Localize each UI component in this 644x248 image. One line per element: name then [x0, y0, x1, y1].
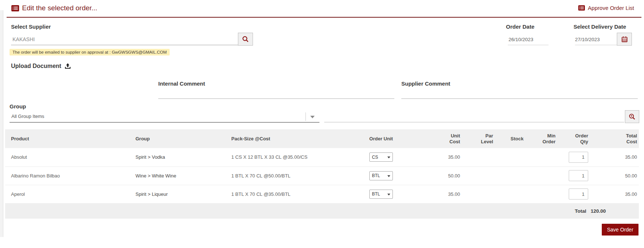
product-search-button[interactable]: [625, 110, 639, 123]
cell-pack-size: 1 CS X 12 BTL X 33 CL @35.00/CS: [228, 148, 363, 166]
cell-min-order: [525, 148, 557, 166]
order-edit-page: Edit the selected order... Approve Order…: [0, 0, 644, 248]
table-row: Albarino Ramon Bilbao Wine > White Wine …: [5, 166, 639, 185]
col-header-stock: Stock: [495, 129, 525, 148]
approve-list-icon: [578, 5, 585, 11]
cell-unit-cost: 35.00: [399, 148, 462, 166]
delivery-date-label: Select Delivery Date: [574, 24, 626, 30]
col-header-order-qty: Order Qty: [557, 129, 590, 148]
cell-product: Aperol: [5, 185, 130, 203]
chevron-down-icon: [387, 157, 390, 158]
left-edge-strip: [0, 10, 3, 237]
supplier-comment-label: Supplier Comment: [401, 80, 450, 87]
total-label: Total: [575, 208, 586, 214]
cell-unit-cost: 35.00: [399, 185, 462, 203]
cell-product: Absolut: [5, 148, 130, 166]
delivery-date-underline: [575, 45, 618, 45]
page-title: Edit the selected order...: [22, 4, 97, 12]
upload-document-button[interactable]: Upload Document: [11, 63, 70, 69]
cell-unit-cost: 50.00: [399, 166, 462, 185]
order-unit-select[interactable]: CS: [369, 152, 393, 162]
cell-total-cost: 35.00: [590, 148, 639, 166]
group-label: Group: [10, 103, 26, 109]
cell-total-cost: 35.00: [590, 185, 639, 203]
col-header-order-unit: Order Unit: [363, 129, 399, 148]
cell-par-level: [462, 148, 495, 166]
cell-group: Spirit > Liqueur: [130, 185, 228, 203]
order-qty-input[interactable]: [569, 170, 588, 181]
cell-group: Wine > White Wine: [130, 166, 228, 185]
table-row: Absolut Spirit > Vodka 1 CS X 12 BTL X 3…: [5, 148, 639, 166]
order-unit-select[interactable]: BTL: [369, 190, 393, 199]
group-filter-selected-value: All Group Items: [11, 114, 44, 119]
delivery-date-value[interactable]: 27/10/2023: [575, 37, 600, 42]
select-supplier-label: Select Supplier: [11, 24, 51, 30]
chevron-down-icon: [310, 116, 315, 118]
supplier-input[interactable]: [11, 34, 238, 45]
cell-stock: [495, 185, 525, 203]
order-unit-value: BTL: [372, 173, 380, 178]
order-unit-select[interactable]: BTL: [369, 171, 393, 180]
internal-comment-input[interactable]: [158, 89, 394, 99]
search-filter-icon: [629, 113, 636, 120]
order-date-value: 26/10/2023: [509, 37, 533, 42]
chevron-down-icon: [387, 194, 390, 195]
header-divider: [7, 17, 641, 18]
order-list-icon: [11, 5, 19, 11]
approve-order-list-link[interactable]: Approve Order List: [578, 5, 634, 11]
email-approval-note: The order will be emailed to supplier on…: [10, 49, 170, 55]
cell-group: Spirit > Vodka: [130, 148, 228, 166]
group-filter-select[interactable]: All Group Items: [10, 111, 319, 123]
table-row: Aperol Spirit > Liqueur 1 BTL X 70 CL @3…: [5, 185, 639, 203]
product-search-input[interactable]: [324, 112, 624, 122]
supplier-search-button[interactable]: [238, 33, 253, 46]
order-unit-value: CS: [372, 155, 378, 160]
table-header-row: Product Group Pack-Size @Cost Order Unit…: [5, 129, 639, 148]
table-footer-row: Total 120.00: [5, 203, 639, 219]
col-header-pack-size: Pack-Size @Cost: [228, 129, 363, 148]
save-order-button[interactable]: Save Order: [602, 224, 638, 236]
cell-par-level: [462, 166, 495, 185]
col-header-par-level: Par Level: [462, 129, 495, 148]
order-date-underline: [508, 45, 549, 45]
col-header-min-order: Min Order: [525, 129, 557, 148]
upload-icon: [65, 63, 70, 69]
cell-total-cost: 50.00: [590, 166, 639, 185]
col-header-total-cost: Total Cost: [590, 129, 639, 148]
col-header-product: Product: [5, 129, 130, 148]
cell-stock: [495, 148, 525, 166]
calendar-icon: [621, 36, 628, 43]
order-qty-input[interactable]: [569, 188, 588, 200]
supplier-comment-input[interactable]: [401, 89, 638, 99]
chevron-down-icon: [387, 175, 390, 177]
cell-product: Albarino Ramon Bilbao: [5, 166, 130, 185]
cell-pack-size: 1 BTL X 70 CL @50.00/BTL: [228, 166, 363, 185]
cell-min-order: [525, 185, 557, 203]
upload-document-label: Upload Document: [11, 63, 61, 69]
cell-stock: [495, 166, 525, 185]
order-items-table: Product Group Pack-Size @Cost Order Unit…: [5, 129, 639, 204]
internal-comment-label: Internal Comment: [158, 80, 205, 87]
order-qty-input[interactable]: [569, 152, 588, 163]
cell-pack-size: 1 BTL X 70 CL @35.00/BTL: [228, 185, 363, 203]
cell-par-level: [462, 185, 495, 203]
col-header-group: Group: [130, 129, 228, 148]
order-date-label: Order Date: [506, 24, 535, 30]
col-header-unit-cost: Unit Cost: [399, 129, 462, 148]
cell-min-order: [525, 166, 557, 185]
delivery-date-calendar-button[interactable]: [617, 33, 632, 46]
total-value: 120.00: [591, 208, 606, 214]
approve-order-list-label: Approve Order List: [588, 5, 634, 11]
select-divider: [305, 112, 306, 121]
order-unit-value: BTL: [372, 191, 380, 197]
search-icon: [242, 36, 249, 43]
